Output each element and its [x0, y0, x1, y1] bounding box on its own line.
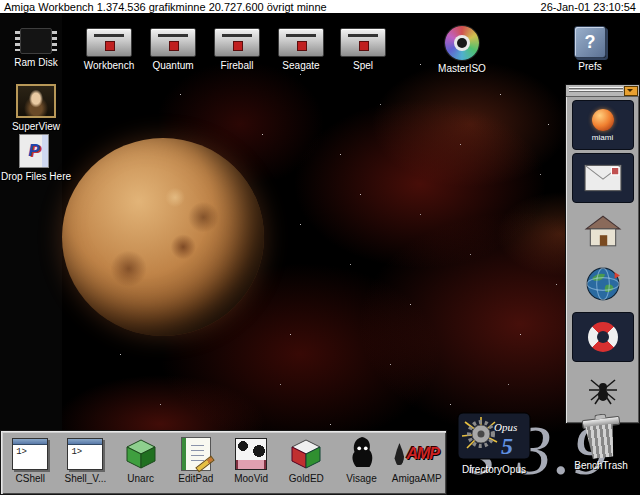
dock-item-spider[interactable]: [572, 365, 634, 415]
cow-video-icon: [235, 438, 267, 470]
desktop-icon-spel[interactable]: Spel: [330, 28, 396, 71]
titlebar-clock: 26-Jan-01 23:10:54: [541, 1, 636, 13]
green-cube-icon: [125, 438, 157, 470]
dock-item-editpad[interactable]: EditPad: [170, 436, 222, 484]
disk-drive-icon: [86, 28, 132, 57]
left-desktop-strip: [0, 14, 62, 431]
color-cube-icon: [290, 438, 322, 470]
dock-item-unarc[interactable]: Unarc: [115, 436, 167, 484]
icon-label: Visage: [336, 473, 388, 484]
disk-drive-icon: [278, 28, 324, 57]
svg-text:Opus: Opus: [494, 421, 517, 433]
miami-ball-icon: [592, 109, 614, 131]
dock-item-home[interactable]: [572, 206, 634, 256]
desktop-icon-seagate[interactable]: Seagate: [268, 28, 334, 71]
disk-drive-icon: [340, 28, 386, 57]
desktop-icon-workbench[interactable]: Workbench: [76, 28, 142, 71]
icon-label: CShell: [4, 473, 56, 484]
dock-item-shell[interactable]: 1> Shell_V...: [59, 436, 111, 484]
icon-label: EditPad: [170, 473, 222, 484]
dock-item-globe[interactable]: [572, 259, 634, 309]
amiga-workbench-screen: Amiga Workbench 1.374.536 grafikminne 20…: [0, 0, 640, 495]
dock-item-mail[interactable]: [572, 153, 634, 203]
dock-item-visage[interactable]: Visage: [336, 436, 388, 484]
dock-item-cshell[interactable]: 1> CShell: [4, 436, 56, 484]
icon-label: Workbench: [76, 60, 142, 71]
icon-label: Prefs: [557, 61, 623, 72]
titlebar-memory-text: Amiga Workbench 1.374.536 grafikminne 20…: [4, 1, 327, 13]
dock-item-help[interactable]: [572, 312, 634, 362]
planet-image: [62, 138, 264, 336]
bottom-program-dock: 1> CShell 1> Shell_V... Unarc EditPad: [0, 430, 447, 495]
amp-logo-icon: AMP: [406, 445, 439, 463]
desktop-icon-fireball[interactable]: Fireball: [204, 28, 270, 71]
home-icon: [584, 214, 622, 248]
silhouette-face-icon: [347, 435, 377, 473]
workbench-titlebar[interactable]: Amiga Workbench 1.374.536 grafikminne 20…: [0, 0, 640, 14]
mail-envelope-icon: [584, 164, 622, 192]
desktop-icon-directoryopus[interactable]: Opus 5 DirectoryOpus: [450, 412, 538, 475]
icon-label: BenchTrash: [566, 460, 636, 471]
icon-label: Seagate: [268, 60, 334, 71]
icon-label: GoldED: [280, 473, 332, 484]
drop-target-icon: P: [19, 134, 49, 168]
desktop-icon-masteriso[interactable]: MasterISO: [429, 26, 495, 74]
shell-window-icon: 1>: [67, 438, 103, 470]
desktop-icon-superview[interactable]: SuperView: [3, 84, 69, 132]
icon-label: Fireball: [204, 60, 270, 71]
lifesaver-icon: [588, 322, 618, 352]
ram-chip-icon: [20, 28, 52, 54]
picture-thumbnail-icon: [16, 84, 56, 118]
spider-icon: [585, 372, 621, 408]
dock-item-miami[interactable]: miami: [572, 100, 634, 150]
icon-label: Drop Files Here: [1, 171, 67, 182]
icon-label: Shell_V...: [59, 473, 111, 484]
prefs-question-icon: ?: [574, 26, 606, 58]
question-glyph: ?: [585, 32, 596, 53]
right-toolbar-dock: miami: [565, 84, 640, 424]
flame-icon: [394, 443, 404, 465]
icon-label: MasterISO: [429, 63, 495, 74]
svg-text:5: 5: [501, 433, 513, 459]
shell-window-icon: 1>: [12, 438, 48, 470]
dock-item-golded[interactable]: GoldED: [280, 436, 332, 484]
trash-can-icon: [584, 423, 618, 459]
dock-item-amigaamp[interactable]: AMP AmigaAMP: [391, 436, 443, 484]
desktop-icon-quantum[interactable]: Quantum: [140, 28, 206, 71]
desktop-icon-ramdisk[interactable]: Ram Disk: [3, 25, 69, 68]
desktop-icon-dropfiles[interactable]: P Drop Files Here: [1, 134, 67, 182]
cd-disc-icon: [445, 26, 479, 60]
icon-label: miami: [592, 133, 613, 142]
drag-grip-icon: [569, 87, 623, 93]
icon-label: SuperView: [3, 121, 69, 132]
desktop-icon-prefs[interactable]: ? Prefs: [557, 26, 623, 72]
icon-label: AmigaAMP: [391, 473, 443, 484]
desktop-icon-benchtrash[interactable]: BenchTrash: [566, 418, 636, 471]
opus-gear-icon: Opus 5: [457, 412, 531, 460]
globe-icon: [585, 266, 621, 302]
icon-label: Ram Disk: [3, 57, 69, 68]
icon-label: Unarc: [115, 473, 167, 484]
disk-drive-icon: [150, 28, 196, 57]
icon-label: Spel: [330, 60, 396, 71]
dock-item-moovid[interactable]: MooVid: [225, 436, 277, 484]
icon-label: Quantum: [140, 60, 206, 71]
collapse-button[interactable]: [624, 86, 638, 96]
disk-drive-icon: [214, 28, 260, 57]
notepad-pencil-icon: [181, 437, 211, 471]
icon-label: DirectoryOpus: [450, 464, 538, 475]
icon-label: MooVid: [225, 473, 277, 484]
dock-drag-bar[interactable]: [566, 85, 639, 97]
logo-glyph: P: [28, 141, 39, 161]
